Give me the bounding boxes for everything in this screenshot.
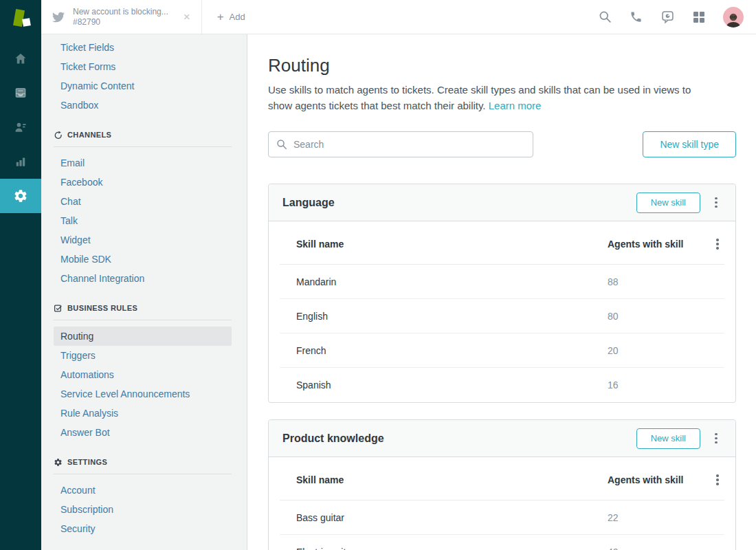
user-avatar[interactable] [723, 7, 744, 28]
sidebar-item-ticket-fields[interactable]: Ticket Fields [54, 38, 232, 57]
skill-type-cards: Language New skill Skill name Agents wit… [268, 184, 736, 550]
sidebar-item-email[interactable]: Email [54, 153, 232, 173]
sidebar-item-channel-integration[interactable]: Channel Integration [54, 269, 232, 288]
skill-name-cell: Mandarin [280, 276, 608, 287]
skill-type-card-product-knowledge: Product knowledge New skill Skill name A… [268, 419, 736, 550]
close-icon[interactable]: × [184, 10, 190, 24]
table-row[interactable]: Bass guitar 22 [280, 500, 724, 535]
tab-title: New account is blocking... [73, 7, 168, 17]
sidebar-section-settings: SETTINGS [54, 455, 232, 469]
rail-views-icon[interactable] [0, 76, 41, 110]
sidebar-item-mobile-sdk[interactable]: Mobile SDK [54, 250, 232, 269]
settings-small-icon [54, 458, 63, 467]
agents-count-cell: 80 [608, 311, 708, 322]
plus-icon: + [217, 10, 224, 24]
card-body: Skill name Agents with skill Mandarin 88… [269, 221, 735, 402]
tab-text: New account is blocking... #82790 [73, 7, 168, 28]
sidebar-item-ticket-forms[interactable]: Ticket Forms [54, 57, 232, 76]
sidebar-section-settings-label: SETTINGS [67, 458, 107, 466]
content-row: Ticket Fields Ticket Forms Dynamic Conte… [0, 34, 756, 550]
sidebar-section-business-rules: BUSINESS RULES [54, 301, 232, 315]
skill-type-name: Product knowledge [282, 432, 384, 445]
apps-grid-icon[interactable] [693, 11, 705, 23]
table-row[interactable]: French 20 [280, 333, 724, 368]
sidebar-item-account[interactable]: Account [54, 481, 232, 500]
rail-reports-icon[interactable] [0, 144, 41, 179]
kebab-menu-icon[interactable] [709, 195, 723, 211]
sidebar-item-sandbox[interactable]: Sandbox [54, 96, 232, 115]
twitter-icon [52, 11, 65, 23]
table-row[interactable]: Electric guitar 40 [280, 535, 724, 550]
add-tab-button[interactable]: + Add [202, 0, 260, 34]
ticket-tab[interactable]: New account is blocking... #82790 × [41, 0, 202, 34]
sidebar-item-dynamic-content[interactable]: Dynamic Content [54, 76, 232, 96]
channels-icon [54, 131, 63, 140]
table-row[interactable]: Spanish 16 [280, 368, 724, 402]
page-description: Use skills to match agents to tickets. C… [268, 82, 711, 113]
skill-type-card-language: Language New skill Skill name Agents wit… [268, 184, 736, 403]
business-rules-icon [54, 304, 63, 313]
agents-count-cell: 22 [608, 512, 708, 523]
add-label: Add [230, 12, 245, 22]
rail-settings-gear-icon[interactable] [0, 179, 41, 213]
agents-count-cell: 16 [608, 380, 708, 390]
column-header-skill-name: Skill name [280, 239, 608, 250]
sidebar-section-channels: CHANNELS [54, 128, 232, 142]
skills-toolbar: New skill type [268, 131, 736, 157]
sidebar-item-service-level-announcements[interactable]: Service Level Announcements [54, 384, 232, 404]
sidebar-item-automations[interactable]: Automations [54, 365, 232, 384]
new-skill-button[interactable]: New skill [636, 428, 700, 449]
agents-count-cell: 88 [608, 276, 708, 287]
agents-count-cell: 40 [608, 547, 708, 550]
new-skill-button[interactable]: New skill [636, 192, 700, 213]
sidebar-item-facebook[interactable]: Facebook [54, 173, 232, 192]
divider [54, 474, 232, 474]
tab-ticket-id: #82790 [73, 17, 168, 28]
table-header-row: Skill name Agents with skill [280, 457, 724, 500]
card-header: Product knowledge New skill [269, 420, 735, 457]
divider [54, 320, 232, 320]
zendesk-logo-white-shape [22, 18, 31, 27]
sidebar-section-channels-label: CHANNELS [67, 131, 111, 139]
chat-icon[interactable] [660, 10, 675, 24]
sidebar-item-routing[interactable]: Routing [54, 327, 232, 346]
sidebar-item-widget[interactable]: Widget [54, 230, 232, 250]
search-input[interactable] [268, 131, 533, 157]
new-skill-type-button[interactable]: New skill type [643, 131, 736, 157]
kebab-menu-icon[interactable] [709, 430, 723, 447]
kebab-menu-icon[interactable] [711, 472, 724, 488]
sidebar-item-triggers[interactable]: Triggers [54, 346, 232, 365]
sidebar-item-answer-bot[interactable]: Answer Bot [54, 423, 232, 442]
page-description-text: Use skills to match agents to tickets. C… [268, 84, 691, 111]
sidebar-item-security[interactable]: Security [54, 519, 232, 538]
kebab-menu-icon[interactable] [711, 236, 724, 252]
rail-home-icon[interactable] [0, 41, 41, 76]
divider [54, 146, 232, 147]
sidebar-section-business-rules-label: BUSINESS RULES [67, 304, 137, 312]
sidebar-item-talk[interactable]: Talk [54, 211, 232, 230]
skill-type-name: Language [282, 197, 335, 209]
agents-count-cell: 20 [608, 345, 708, 356]
product-icon-rail [0, 34, 41, 550]
sidebar-item-subscription[interactable]: Subscription [54, 500, 232, 519]
sidebar-item-chat[interactable]: Chat [54, 192, 232, 211]
search-field-wrap [268, 131, 533, 157]
page-title: Routing [268, 55, 736, 76]
skill-name-cell: English [280, 311, 608, 322]
card-body: Skill name Agents with skill Bass guitar… [269, 457, 735, 550]
main-content: Routing Use skills to match agents to ti… [247, 34, 756, 550]
skill-name-cell: Bass guitar [280, 512, 608, 523]
zendesk-logo [0, 0, 41, 34]
search-icon[interactable] [599, 10, 612, 23]
skill-name-cell: Spanish [280, 380, 608, 390]
table-row[interactable]: Mandarin 88 [280, 265, 724, 299]
rail-customers-icon[interactable] [0, 110, 41, 144]
phone-icon[interactable] [630, 10, 643, 23]
learn-more-link[interactable]: Learn more [489, 100, 542, 111]
table-row[interactable]: English 80 [280, 299, 724, 333]
column-header-agents-with-skill: Agents with skill [608, 474, 708, 485]
skill-name-cell: Electric guitar [280, 547, 608, 550]
sidebar-item-rule-analysis[interactable]: Rule Analysis [54, 404, 232, 423]
topbar-actions [599, 0, 756, 34]
tab-strip: New account is blocking... #82790 × + Ad… [41, 0, 756, 34]
